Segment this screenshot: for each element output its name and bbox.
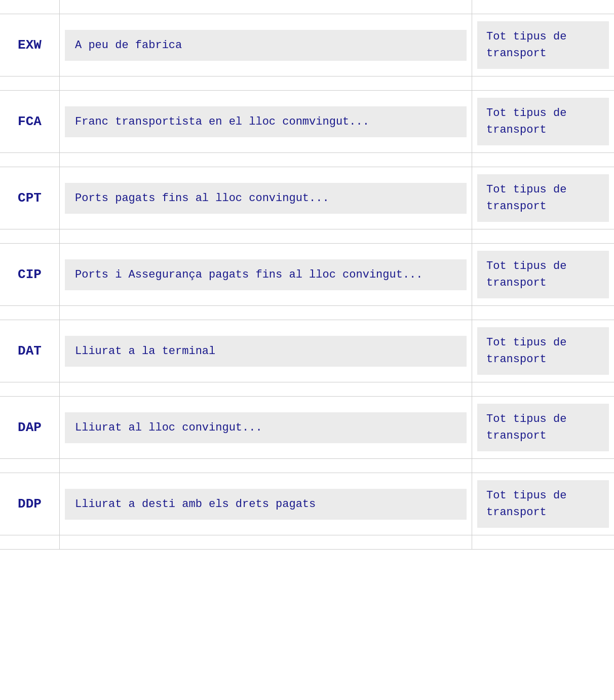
spacer-code — [0, 76, 60, 90]
description-cell: Franc transportista en el lloc conmvingu… — [60, 91, 472, 152]
code-cell: DDP — [0, 473, 60, 535]
transport-cell: Tot tipus de transport — [472, 473, 614, 535]
transport-cell: Tot tipus de transport — [472, 91, 614, 152]
row-spacer — [0, 0, 614, 14]
transport-cell: Tot tipus de transport — [472, 14, 614, 76]
table-row: DATLliurat a la terminalTot tipus de tra… — [0, 320, 614, 382]
description-text: Ports i Assegurança pagats fins al lloc … — [65, 259, 467, 290]
description-text: Lliurat al lloc convingut... — [65, 412, 467, 443]
spacer-desc-final — [60, 535, 472, 549]
transport-cell: Tot tipus de transport — [472, 320, 614, 382]
spacer-transport — [472, 382, 614, 396]
transport-text: Tot tipus de transport — [477, 404, 609, 451]
description-cell: Lliurat a desti amb els drets pagats — [60, 473, 472, 535]
description-text: Lliurat a la terminal — [65, 336, 467, 367]
description-cell: Ports pagats fins al lloc convingut... — [60, 167, 472, 229]
table-row: CPTPorts pagats fins al lloc convingut..… — [0, 167, 614, 229]
description-text: Lliurat a desti amb els drets pagats — [65, 489, 467, 520]
code-cell: CPT — [0, 167, 60, 229]
table-row: EXWA peu de fabricaTot tipus de transpor… — [0, 14, 614, 76]
row-spacer — [0, 229, 614, 244]
description-cell: Ports i Assegurança pagats fins al lloc … — [60, 244, 472, 305]
table-row: FCAFranc transportista en el lloc conmvi… — [0, 91, 614, 153]
row-spacer — [0, 459, 614, 473]
description-cell: A peu de fabrica — [60, 14, 472, 76]
transport-text: Tot tipus de transport — [477, 21, 609, 69]
row-spacer — [0, 382, 614, 397]
spacer-transport — [472, 76, 614, 90]
transport-text: Tot tipus de transport — [477, 98, 609, 145]
spacer-transport — [472, 0, 614, 14]
spacer-code — [0, 382, 60, 396]
spacer-desc — [60, 76, 472, 90]
description-cell: Lliurat al lloc convingut... — [60, 397, 472, 458]
spacer-transport — [472, 229, 614, 243]
transport-text: Tot tipus de transport — [477, 480, 609, 528]
table-row: CIPPorts i Assegurança pagats fins al ll… — [0, 244, 614, 306]
code-cell: CIP — [0, 244, 60, 305]
incoterms-table: EXWA peu de fabricaTot tipus de transpor… — [0, 0, 614, 550]
code-cell: FCA — [0, 91, 60, 152]
spacer-desc — [60, 382, 472, 396]
spacer-code — [0, 153, 60, 167]
spacer-desc — [60, 229, 472, 243]
code-cell: DAP — [0, 397, 60, 458]
spacer-transport — [472, 459, 614, 473]
spacer-transport-final — [472, 535, 614, 549]
transport-text: Tot tipus de transport — [477, 327, 609, 375]
transport-cell: Tot tipus de transport — [472, 244, 614, 305]
row-spacer — [0, 306, 614, 320]
transport-text: Tot tipus de transport — [477, 251, 609, 298]
spacer-code — [0, 459, 60, 473]
spacer-desc — [60, 306, 472, 320]
spacer-desc — [60, 153, 472, 167]
spacer-code — [0, 0, 60, 14]
row-spacer-final — [0, 535, 614, 550]
description-cell: Lliurat a la terminal — [60, 320, 472, 382]
transport-text: Tot tipus de transport — [477, 174, 609, 222]
description-text: Franc transportista en el lloc conmvingu… — [65, 106, 467, 137]
table-row: DAPLliurat al lloc convingut...Tot tipus… — [0, 397, 614, 459]
table-row: DDPLliurat a desti amb els drets pagatsT… — [0, 473, 614, 535]
row-spacer — [0, 76, 614, 91]
spacer-transport — [472, 153, 614, 167]
spacer-desc — [60, 459, 472, 473]
transport-cell: Tot tipus de transport — [472, 397, 614, 458]
spacer-desc — [60, 0, 472, 14]
spacer-code — [0, 306, 60, 320]
code-cell: DAT — [0, 320, 60, 382]
spacer-code-final — [0, 535, 60, 549]
transport-cell: Tot tipus de transport — [472, 167, 614, 229]
description-text: A peu de fabrica — [65, 30, 467, 61]
spacer-transport — [472, 306, 614, 320]
spacer-code — [0, 229, 60, 243]
row-spacer — [0, 153, 614, 167]
description-text: Ports pagats fins al lloc convingut... — [65, 183, 467, 214]
code-cell: EXW — [0, 14, 60, 76]
